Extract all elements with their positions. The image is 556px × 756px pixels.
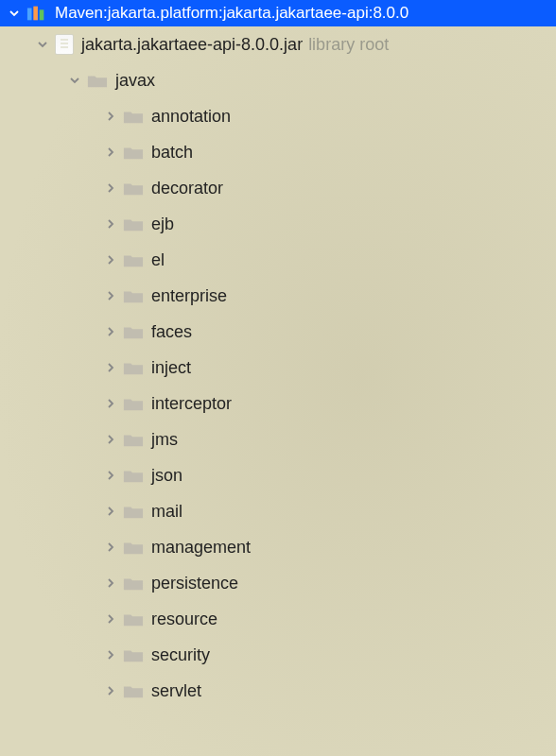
package-label: enterprise: [151, 286, 227, 306]
folder-icon: [123, 359, 144, 376]
package-label: resource: [151, 610, 217, 629]
chevron-right-icon[interactable]: [102, 470, 119, 481]
tree-node-root[interactable]: Maven: jakarta.platform:jakarta.jakartae…: [0, 0, 556, 26]
package-list: annotation batch decorator ejb: [0, 98, 556, 709]
tree-node-package-annotation[interactable]: annotation: [0, 98, 556, 134]
tree-node-package-faces[interactable]: faces: [0, 314, 556, 350]
jar-file-icon: [55, 34, 74, 55]
package-label: json: [151, 466, 182, 486]
folder-icon: [123, 682, 144, 699]
folder-icon: [123, 180, 144, 197]
tree-node-package-management[interactable]: management: [0, 529, 556, 565]
chevron-right-icon[interactable]: [102, 541, 119, 553]
chevron-right-icon[interactable]: [102, 182, 119, 194]
package-label: persistence: [151, 574, 238, 593]
tree-node-package-inject[interactable]: inject: [0, 350, 556, 386]
folder-icon: [123, 467, 144, 484]
package-label: el: [151, 250, 165, 270]
chevron-right-icon[interactable]: [102, 398, 119, 409]
folder-icon: [123, 215, 144, 232]
folder-icon: [123, 323, 144, 340]
folder-icon: [87, 72, 108, 89]
chevron-right-icon[interactable]: [102, 506, 119, 517]
tree-node-jar[interactable]: jakarta.jakartaee-api-8.0.0.jar library …: [0, 26, 556, 62]
chevron-right-icon[interactable]: [102, 111, 119, 122]
tree-node-package-mail[interactable]: mail: [0, 493, 556, 529]
svg-rect-2: [40, 9, 44, 20]
folder-icon: [123, 575, 144, 592]
chevron-down-icon[interactable]: [66, 75, 83, 86]
chevron-right-icon[interactable]: [102, 685, 119, 696]
svg-rect-1: [33, 7, 38, 21]
tree-node-package-ejb[interactable]: ejb: [0, 206, 556, 242]
chevron-right-icon[interactable]: [102, 326, 119, 337]
package-label: mail: [151, 502, 182, 522]
package-label: annotation: [151, 107, 231, 127]
library-root-badge: library root: [308, 35, 389, 55]
tree-node-package-enterprise[interactable]: enterprise: [0, 278, 556, 314]
root-label-artifact: jakarta.platform:jakarta.jakartaee-api:8…: [108, 4, 408, 23]
library-icon: [26, 5, 47, 22]
tree-node-package-jms[interactable]: jms: [0, 421, 556, 457]
chevron-right-icon[interactable]: [102, 254, 119, 266]
tree-node-package-security[interactable]: security: [0, 637, 556, 673]
folder-icon: [123, 108, 144, 125]
tree-node-package-decorator[interactable]: decorator: [0, 170, 556, 206]
svg-rect-0: [27, 9, 32, 21]
chevron-down-icon[interactable]: [6, 8, 23, 19]
tree-node-package-el[interactable]: el: [0, 242, 556, 278]
tree-node-package-json[interactable]: json: [0, 457, 556, 493]
folder-icon: [123, 503, 144, 520]
folder-icon: [123, 539, 144, 556]
folder-icon: [123, 431, 144, 448]
folder-icon: [123, 610, 144, 627]
package-label: inject: [151, 358, 191, 378]
chevron-right-icon[interactable]: [102, 218, 119, 230]
folder-icon: [123, 646, 144, 663]
chevron-right-icon[interactable]: [102, 290, 119, 301]
tree-node-package-persistence[interactable]: persistence: [0, 565, 556, 601]
root-label-prefix: Maven:: [55, 4, 108, 23]
package-label: jms: [151, 430, 178, 450]
package-root-label: javax: [115, 71, 155, 91]
chevron-right-icon[interactable]: [102, 146, 119, 158]
package-label: decorator: [151, 179, 223, 198]
tree-node-package-resource[interactable]: resource: [0, 601, 556, 637]
tree-node-package-interceptor[interactable]: interceptor: [0, 386, 556, 421]
package-label: management: [151, 538, 251, 558]
chevron-right-icon[interactable]: [102, 434, 119, 445]
chevron-down-icon[interactable]: [34, 39, 51, 50]
tree-node-package-servlet[interactable]: servlet: [0, 673, 556, 709]
chevron-right-icon[interactable]: [102, 649, 119, 661]
tree-node-package-batch[interactable]: batch: [0, 134, 556, 170]
folder-icon: [123, 395, 144, 412]
package-label: batch: [151, 143, 193, 163]
chevron-right-icon[interactable]: [102, 613, 119, 625]
folder-icon: [123, 251, 144, 268]
package-label: servlet: [151, 681, 201, 701]
jar-name-label: jakarta.jakartaee-api-8.0.0.jar: [81, 35, 303, 55]
package-label: ejb: [151, 215, 174, 234]
package-label: security: [151, 645, 210, 665]
tree-node-package-root[interactable]: javax: [0, 62, 556, 98]
folder-icon: [123, 287, 144, 304]
chevron-right-icon[interactable]: [102, 577, 119, 589]
package-label: interceptor: [151, 394, 232, 414]
folder-icon: [123, 144, 144, 161]
chevron-right-icon[interactable]: [102, 362, 119, 373]
package-label: faces: [151, 322, 192, 342]
